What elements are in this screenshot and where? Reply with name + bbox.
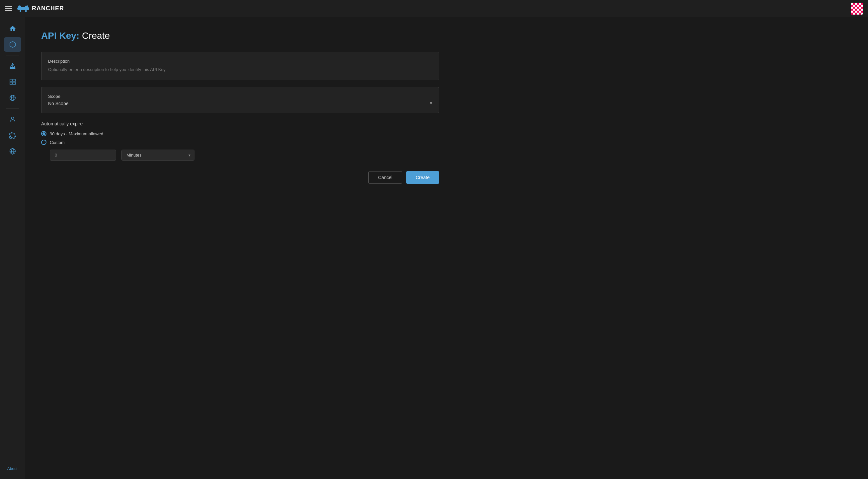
scope-select[interactable]: No Scope Cluster Project	[48, 101, 432, 106]
svg-rect-9	[10, 79, 12, 82]
radio-custom-label: Custom	[50, 140, 65, 145]
radio-custom[interactable]: Custom	[41, 140, 439, 145]
description-card: Description	[41, 52, 439, 80]
description-input[interactable]	[48, 66, 432, 73]
svg-point-3	[19, 5, 20, 7]
sidebar-item-cluster[interactable]	[4, 37, 21, 52]
user-avatar[interactable]	[851, 3, 863, 14]
sidebar-bottom: About	[5, 465, 20, 475]
nav-left: RANCHER	[5, 5, 64, 12]
top-nav: RANCHER	[0, 0, 868, 17]
sidebar-item-global-dns[interactable]	[4, 91, 21, 105]
scope-label: Scope	[48, 94, 432, 99]
description-label: Description	[48, 59, 432, 64]
scope-card: Scope No Scope Cluster Project ▾	[41, 87, 439, 113]
sidebar-item-apps[interactable]	[4, 75, 21, 89]
sidebar-item-home[interactable]	[4, 21, 21, 36]
api-key-form: Description Scope No Scope Cluster Proje…	[41, 52, 439, 184]
about-link[interactable]: About	[5, 465, 20, 472]
radio-90days[interactable]: 90 days - Maximum allowed	[41, 131, 439, 136]
sidebar-divider-1	[6, 55, 19, 55]
svg-rect-5	[20, 10, 22, 12]
cancel-button[interactable]: Cancel	[368, 171, 402, 184]
radio-custom-circle	[41, 140, 46, 145]
svg-point-4	[27, 5, 28, 7]
main-content: API Key: Create Description Scope No Sco…	[25, 17, 868, 479]
expire-number-input[interactable]	[50, 150, 116, 161]
unit-select[interactable]: Minutes Hours Days	[121, 150, 194, 161]
sidebar-divider-2	[6, 108, 19, 109]
sidebar-item-plugins[interactable]	[4, 128, 21, 142]
main-layout: About API Key: Create Description Scope …	[0, 17, 868, 479]
sidebar-item-multicluster[interactable]	[4, 144, 21, 159]
unit-select-wrapper: Minutes Hours Days ▾	[121, 150, 194, 161]
hamburger-button[interactable]	[5, 6, 12, 11]
svg-rect-11	[10, 82, 12, 85]
radio-90days-label: 90 days - Maximum allowed	[50, 131, 103, 136]
form-actions: Cancel Create	[41, 171, 439, 184]
sidebar-item-users[interactable]	[4, 112, 21, 127]
page-title: API Key: Create	[41, 31, 852, 41]
sidebar-item-fleet[interactable]	[4, 59, 21, 73]
rancher-logo-text: RANCHER	[32, 5, 64, 12]
expire-section: Automatically expire 90 days - Maximum a…	[41, 121, 439, 161]
radio-90days-circle	[41, 131, 46, 136]
sidebar: About	[0, 17, 25, 479]
svg-point-16	[11, 117, 13, 120]
rancher-logo-icon	[17, 5, 29, 12]
page-title-suffix: Create	[82, 31, 110, 41]
custom-expire-inputs: Minutes Hours Days ▾	[50, 150, 439, 161]
svg-rect-10	[12, 79, 15, 82]
expire-title: Automatically expire	[41, 121, 439, 126]
svg-rect-6	[25, 10, 27, 12]
rancher-logo: RANCHER	[17, 5, 64, 12]
page-title-prefix: API Key:	[41, 31, 79, 41]
svg-rect-12	[12, 82, 15, 85]
create-button[interactable]: Create	[406, 171, 439, 184]
